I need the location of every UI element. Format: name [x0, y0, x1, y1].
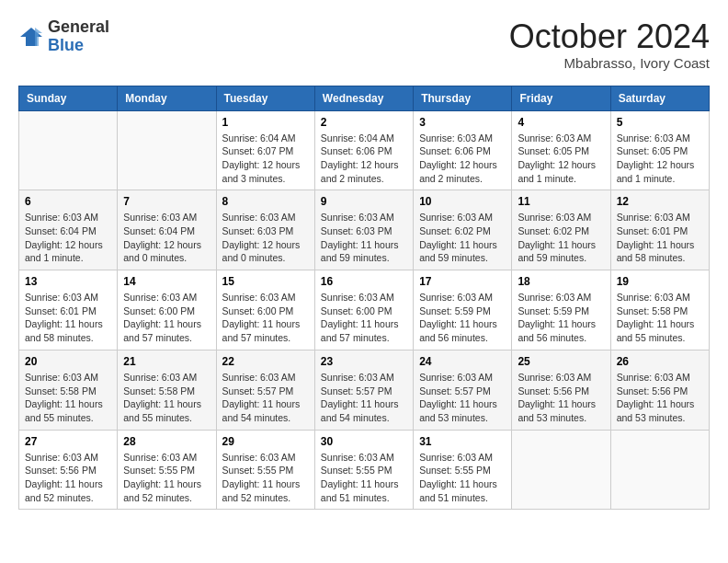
- col-header-saturday: Saturday: [610, 86, 709, 110]
- day-info: Sunrise: 6:03 AM Sunset: 6:06 PM Dayligh…: [419, 132, 506, 186]
- day-number: 14: [123, 275, 210, 288]
- calendar-cell: 1Sunrise: 6:04 AM Sunset: 6:07 PM Daylig…: [216, 110, 314, 190]
- calendar-cell: 31Sunrise: 6:03 AM Sunset: 5:55 PM Dayli…: [414, 430, 512, 510]
- calendar-cell: 11Sunrise: 6:03 AM Sunset: 6:02 PM Dayli…: [512, 190, 610, 270]
- calendar-header-row: SundayMondayTuesdayWednesdayThursdayFrid…: [19, 86, 710, 110]
- day-info: Sunrise: 6:03 AM Sunset: 6:01 PM Dayligh…: [617, 211, 703, 265]
- day-info: Sunrise: 6:03 AM Sunset: 5:59 PM Dayligh…: [419, 291, 506, 345]
- page-header: General Blue October 2024 Mbabrasso, Ivo…: [18, 18, 710, 71]
- calendar-cell: 3Sunrise: 6:03 AM Sunset: 6:06 PM Daylig…: [414, 110, 512, 190]
- calendar-cell: 24Sunrise: 6:03 AM Sunset: 5:57 PM Dayli…: [414, 350, 512, 430]
- day-number: 28: [123, 435, 210, 448]
- day-number: 17: [419, 275, 506, 288]
- day-info: Sunrise: 6:03 AM Sunset: 5:58 PM Dayligh…: [617, 291, 703, 345]
- day-number: 12: [617, 195, 703, 208]
- calendar-week-row: 6Sunrise: 6:03 AM Sunset: 6:04 PM Daylig…: [19, 190, 710, 270]
- calendar-cell: 10Sunrise: 6:03 AM Sunset: 6:02 PM Dayli…: [414, 190, 512, 270]
- calendar-cell: [610, 430, 709, 510]
- col-header-monday: Monday: [118, 86, 216, 110]
- calendar-cell: 19Sunrise: 6:03 AM Sunset: 5:58 PM Dayli…: [610, 270, 709, 350]
- day-number: 22: [222, 355, 309, 368]
- col-header-friday: Friday: [512, 86, 610, 110]
- day-number: 24: [419, 355, 506, 368]
- day-info: Sunrise: 6:03 AM Sunset: 6:03 PM Dayligh…: [222, 211, 309, 265]
- day-info: Sunrise: 6:03 AM Sunset: 6:05 PM Dayligh…: [617, 132, 703, 186]
- day-info: Sunrise: 6:04 AM Sunset: 6:07 PM Dayligh…: [222, 132, 309, 186]
- day-info: Sunrise: 6:03 AM Sunset: 5:57 PM Dayligh…: [321, 371, 407, 425]
- day-number: 4: [518, 116, 604, 129]
- location-subtitle: Mbabrasso, Ivory Coast: [509, 55, 710, 71]
- day-number: 2: [321, 116, 407, 129]
- calendar-cell: 12Sunrise: 6:03 AM Sunset: 6:01 PM Dayli…: [610, 190, 709, 270]
- day-number: 9: [321, 195, 407, 208]
- calendar-week-row: 20Sunrise: 6:03 AM Sunset: 5:58 PM Dayli…: [19, 350, 710, 430]
- day-info: Sunrise: 6:03 AM Sunset: 6:00 PM Dayligh…: [222, 291, 309, 345]
- day-info: Sunrise: 6:03 AM Sunset: 6:03 PM Dayligh…: [321, 211, 407, 265]
- calendar-cell: 4Sunrise: 6:03 AM Sunset: 6:05 PM Daylig…: [512, 110, 610, 190]
- logo: General Blue: [18, 18, 109, 55]
- day-info: Sunrise: 6:03 AM Sunset: 6:05 PM Dayligh…: [518, 132, 604, 186]
- day-info: Sunrise: 6:03 AM Sunset: 5:58 PM Dayligh…: [123, 371, 210, 425]
- calendar-cell: 13Sunrise: 6:03 AM Sunset: 6:01 PM Dayli…: [19, 270, 118, 350]
- day-number: 16: [321, 275, 407, 288]
- day-number: 19: [617, 275, 703, 288]
- day-number: 27: [25, 435, 111, 448]
- calendar-week-row: 13Sunrise: 6:03 AM Sunset: 6:01 PM Dayli…: [19, 270, 710, 350]
- logo-blue: Blue: [48, 36, 84, 54]
- day-number: 6: [25, 195, 111, 208]
- calendar-week-row: 1Sunrise: 6:04 AM Sunset: 6:07 PM Daylig…: [19, 110, 710, 190]
- day-info: Sunrise: 6:03 AM Sunset: 6:04 PM Dayligh…: [25, 211, 111, 265]
- calendar-cell: 23Sunrise: 6:03 AM Sunset: 5:57 PM Dayli…: [314, 350, 413, 430]
- day-info: Sunrise: 6:03 AM Sunset: 5:56 PM Dayligh…: [25, 451, 111, 505]
- day-info: Sunrise: 6:03 AM Sunset: 5:59 PM Dayligh…: [518, 291, 604, 345]
- logo-general: General: [48, 17, 109, 36]
- calendar-table: SundayMondayTuesdayWednesdayThursdayFrid…: [18, 86, 710, 511]
- day-number: 1: [222, 116, 309, 129]
- day-info: Sunrise: 6:03 AM Sunset: 6:01 PM Dayligh…: [25, 291, 111, 345]
- day-number: 10: [419, 195, 506, 208]
- calendar-cell: [512, 430, 610, 510]
- day-number: 11: [518, 195, 604, 208]
- day-info: Sunrise: 6:03 AM Sunset: 5:56 PM Dayligh…: [617, 371, 703, 425]
- calendar-cell: 2Sunrise: 6:04 AM Sunset: 6:06 PM Daylig…: [314, 110, 413, 190]
- calendar-cell: [19, 110, 118, 190]
- calendar-cell: 27Sunrise: 6:03 AM Sunset: 5:56 PM Dayli…: [19, 430, 118, 510]
- day-info: Sunrise: 6:03 AM Sunset: 5:55 PM Dayligh…: [123, 451, 210, 505]
- calendar-week-row: 27Sunrise: 6:03 AM Sunset: 5:56 PM Dayli…: [19, 430, 710, 510]
- calendar-cell: 30Sunrise: 6:03 AM Sunset: 5:55 PM Dayli…: [314, 430, 413, 510]
- day-info: Sunrise: 6:03 AM Sunset: 6:00 PM Dayligh…: [123, 291, 210, 345]
- day-number: 29: [222, 435, 309, 448]
- calendar-cell: 26Sunrise: 6:03 AM Sunset: 5:56 PM Dayli…: [610, 350, 709, 430]
- day-info: Sunrise: 6:03 AM Sunset: 6:04 PM Dayligh…: [123, 211, 210, 265]
- calendar-cell: 7Sunrise: 6:03 AM Sunset: 6:04 PM Daylig…: [118, 190, 216, 270]
- day-info: Sunrise: 6:03 AM Sunset: 5:56 PM Dayligh…: [518, 371, 604, 425]
- calendar-cell: 21Sunrise: 6:03 AM Sunset: 5:58 PM Dayli…: [118, 350, 216, 430]
- day-number: 13: [25, 275, 111, 288]
- day-number: 7: [123, 195, 210, 208]
- day-number: 30: [321, 435, 407, 448]
- calendar-cell: 15Sunrise: 6:03 AM Sunset: 6:00 PM Dayli…: [216, 270, 314, 350]
- col-header-sunday: Sunday: [19, 86, 118, 110]
- day-number: 8: [222, 195, 309, 208]
- calendar-cell: 28Sunrise: 6:03 AM Sunset: 5:55 PM Dayli…: [118, 430, 216, 510]
- day-info: Sunrise: 6:03 AM Sunset: 5:55 PM Dayligh…: [321, 451, 407, 505]
- day-info: Sunrise: 6:03 AM Sunset: 5:57 PM Dayligh…: [419, 371, 506, 425]
- col-header-wednesday: Wednesday: [314, 86, 413, 110]
- calendar-cell: 6Sunrise: 6:03 AM Sunset: 6:04 PM Daylig…: [19, 190, 118, 270]
- svg-marker-0: [20, 28, 42, 46]
- day-number: 5: [617, 116, 703, 129]
- day-info: Sunrise: 6:03 AM Sunset: 5:57 PM Dayligh…: [222, 371, 309, 425]
- day-info: Sunrise: 6:03 AM Sunset: 6:02 PM Dayligh…: [419, 211, 506, 265]
- day-number: 23: [321, 355, 407, 368]
- title-block: October 2024 Mbabrasso, Ivory Coast: [509, 18, 710, 71]
- calendar-cell: 18Sunrise: 6:03 AM Sunset: 5:59 PM Dayli…: [512, 270, 610, 350]
- calendar-cell: 25Sunrise: 6:03 AM Sunset: 5:56 PM Dayli…: [512, 350, 610, 430]
- calendar-cell: [118, 110, 216, 190]
- day-number: 15: [222, 275, 309, 288]
- day-number: 26: [617, 355, 703, 368]
- day-number: 20: [25, 355, 111, 368]
- day-info: Sunrise: 6:04 AM Sunset: 6:06 PM Dayligh…: [321, 132, 407, 186]
- day-number: 25: [518, 355, 604, 368]
- calendar-cell: 16Sunrise: 6:03 AM Sunset: 6:00 PM Dayli…: [314, 270, 413, 350]
- calendar-cell: 9Sunrise: 6:03 AM Sunset: 6:03 PM Daylig…: [314, 190, 413, 270]
